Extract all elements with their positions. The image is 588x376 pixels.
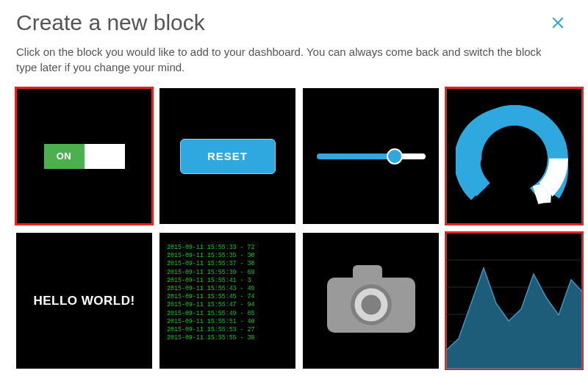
page-subtitle: Click on the block you would like to add… [16,44,560,75]
block-linechart[interactable] [446,233,582,369]
block-button[interactable]: RESET [159,88,295,224]
stream-line: 2015-09-11 15:55:55 - 39 [167,333,288,341]
camera-icon [323,259,419,343]
toggle-switch: ON [44,144,125,169]
slider-control [317,153,426,159]
stream-line: 2015-09-11 15:55:49 - 65 [167,309,288,317]
block-grid: ON RESET [16,88,572,369]
toggle-on-label: ON [44,144,85,169]
block-gauge[interactable] [446,88,582,224]
stream-line: 2015-09-11 15:55:35 - 30 [167,251,288,259]
line-chart [446,233,582,369]
block-image[interactable] [303,233,439,369]
slider-handle-icon [387,148,403,164]
stream-log: 2015-09-11 15:55:33 - 72 2015-09-11 15:5… [159,233,295,369]
page-title: Create a new block [16,10,572,35]
stream-line: 2015-09-11 15:55:51 - 40 [167,317,288,325]
svg-point-2 [481,126,548,192]
stream-line: 2015-09-11 15:55:47 - 94 [167,300,288,308]
block-text[interactable]: HELLO WORLD! [16,233,152,369]
stream-line: 2015-09-11 15:55:33 - 72 [167,243,288,251]
text-content: HELLO WORLD! [33,294,135,308]
close-icon[interactable] [548,13,567,32]
stream-line: 2015-09-11 15:55:53 - 27 [167,325,288,333]
svg-rect-4 [353,265,382,281]
gauge-meter [456,101,573,212]
stream-line: 2015-09-11 15:55:43 - 49 [167,284,288,292]
block-stream[interactable]: 2015-09-11 15:55:33 - 72 2015-09-11 15:5… [159,233,295,369]
reset-button: RESET [180,139,276,174]
block-toggle[interactable]: ON [16,88,152,224]
stream-line: 2015-09-11 15:55:41 - 3 [167,276,288,284]
stream-line: 2015-09-11 15:55:39 - 69 [167,268,288,276]
stream-line: 2015-09-11 15:55:37 - 38 [167,259,288,267]
stream-line: 2015-09-11 15:55:45 - 74 [167,292,288,300]
block-slider[interactable] [303,88,439,224]
